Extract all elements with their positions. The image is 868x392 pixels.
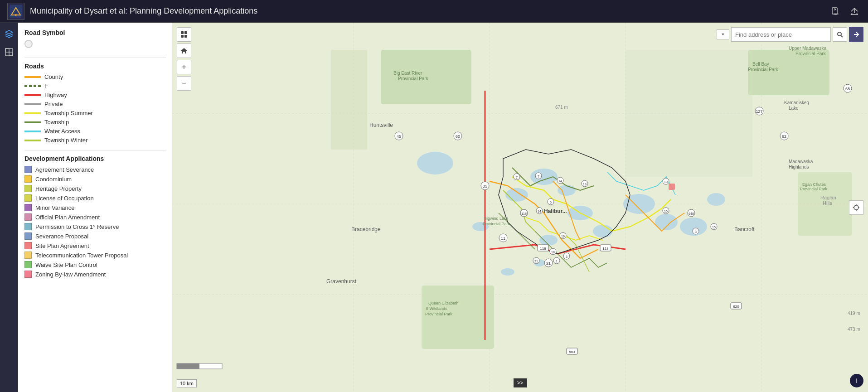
svg-point-13 [505,188,528,202]
svg-text:14: 14 [538,210,541,213]
svg-point-3 [15,14,17,16]
road-legend-item: Private [24,101,166,107]
svg-text:3: 3 [695,230,697,233]
svg-text:648: 648 [689,212,694,215]
basemap-button[interactable] [2,45,16,59]
app-title: Municipality of Dysart et al: Planning D… [30,6,257,16]
svg-rect-28 [422,286,494,349]
divider-1 [24,58,166,58]
road-line [24,121,41,123]
dev-app-square [24,271,32,278]
svg-text:19: 19 [583,183,587,186]
svg-point-11 [417,152,453,174]
svg-text:Egan Chutes: Egan Chutes [802,182,826,187]
svg-text:419 m: 419 m [848,311,860,316]
map-right-controls [849,200,863,215]
dev-app-square [24,261,32,268]
dev-app-legend-item: Heritage Property [24,185,166,192]
svg-point-131 [838,32,841,36]
search-input[interactable] [731,27,831,42]
expand-search-button[interactable] [849,27,863,42]
svg-text:11: 11 [501,236,505,241]
dev-app-legend-item: Severance Proposal [24,232,166,240]
zoom-in-button[interactable]: + [177,60,191,74]
search-dropdown-button[interactable] [717,29,729,39]
road-label: Township Summer [44,110,93,116]
dev-app-legend-item: Telecommunication Tower Proposal [24,252,166,259]
svg-rect-82 [669,184,675,190]
road-label: Private [44,101,63,107]
pdf-button[interactable]: PDF [829,5,842,18]
svg-rect-127 [181,31,184,34]
svg-rect-130 [184,35,187,38]
zoom-out-button[interactable]: − [177,76,191,91]
dev-app-label: Heritage Property [35,185,82,192]
dev-app-legend-item: License of Occupation [24,194,166,202]
svg-text:Hills: Hills [823,200,832,206]
svg-text:Huntsville: Huntsville [369,122,393,128]
svg-text:7: 7 [516,176,518,179]
svg-text:Kamaniskeg: Kamaniskeg [784,100,809,105]
road-label: F [44,82,48,89]
svg-text:19: 19 [561,235,565,238]
dev-app-legend-item: Waive Site Plan Control [24,261,166,268]
dev-app-square [24,204,32,211]
share-button[interactable] [848,5,861,18]
svg-rect-126 [177,363,199,369]
road-legend-item: County [24,73,166,80]
road-line [24,103,41,105]
svg-rect-8 [5,48,9,52]
dev-app-legend-item: Site Plan Agreement [24,242,166,249]
svg-text:68: 68 [845,87,850,91]
road-label: County [44,73,63,80]
svg-text:Lake: Lake [789,106,799,111]
svg-text:118: 118 [521,212,527,215]
dev-app-square [24,166,32,173]
layers-button[interactable] [2,27,16,41]
svg-text:Highlands: Highlands [789,165,809,169]
road-legend-item: Township Summer [24,110,166,116]
svg-text:Madawaska: Madawaska [789,159,813,164]
app-logo [7,3,24,20]
info-button[interactable]: i [850,374,863,387]
dev-app-label: License of Occupation [35,195,94,202]
svg-rect-129 [181,35,184,38]
svg-text:671 m: 671 m [555,105,568,110]
svg-rect-128 [184,31,187,34]
dev-app-legend-item: Zoning By-law Amendment [24,271,166,278]
svg-text:3: 3 [566,255,567,258]
road-symbol-title: Road Symbol [24,29,166,36]
road-line-dashed [24,85,41,87]
svg-text:Halibur...: Halibur... [544,208,567,214]
svg-point-19 [539,235,558,246]
svg-text:PDF: PDF [834,13,838,15]
road-line [24,94,41,96]
svg-text:118: 118 [540,247,546,251]
road-line [24,131,41,132]
home-button[interactable] [177,44,191,58]
svg-text:6: 6 [550,201,552,204]
dev-app-legend-item: Agreement Severance [24,166,166,173]
map-container[interactable]: Huntsville Bracebridge Gravenhurst Bancr… [172,23,868,392]
dev-app-label: Site Plan Agreement [35,242,89,249]
svg-text:45: 45 [397,134,401,139]
gallery-button[interactable] [177,27,191,42]
dev-app-label: Agreement Severance [35,166,94,173]
svg-text:Upper Madawaska: Upper Madawaska [789,46,827,51]
locate-button[interactable] [849,200,863,215]
search-button[interactable] [833,27,847,42]
dev-app-label: Condominium [35,176,72,183]
map-background: Huntsville Bracebridge Gravenhurst Bancr… [172,23,868,392]
svg-text:21: 21 [546,261,551,266]
svg-text:Raglan: Raglan [820,195,836,200]
collapse-button[interactable]: >> [513,378,527,387]
svg-text:14: 14 [558,179,562,183]
svg-text:Provincial Park: Provincial Park [748,67,779,72]
svg-text:Bigwind Lake: Bigwind Lake [484,216,509,221]
road-line [24,112,41,114]
svg-point-133 [854,205,858,210]
svg-point-14 [558,185,576,196]
dev-app-legend-item: Official Plan Amendment [24,213,166,221]
header-left: Municipality of Dysart et al: Planning D… [7,3,257,20]
svg-text:Provincial Park: Provincial Park [398,76,429,81]
